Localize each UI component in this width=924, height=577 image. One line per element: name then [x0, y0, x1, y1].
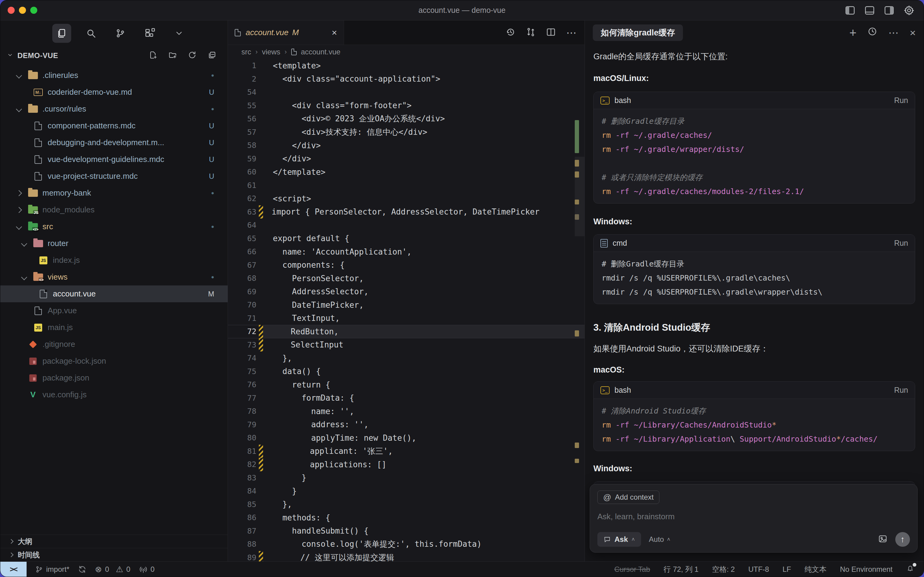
language-mode-status[interactable]: 纯文本 [805, 564, 827, 574]
chat-heading: macOS/Linux: [593, 74, 915, 83]
explorer-collapse-chevron-icon[interactable] [7, 52, 13, 59]
ask-mode-button[interactable]: Ask ˄ [597, 532, 641, 547]
breadcrumb-views[interactable]: views [262, 48, 280, 56]
add-context-button[interactable]: @ Add context [597, 490, 659, 504]
settings-gear-icon[interactable] [903, 5, 914, 16]
toggle-bottom-panel-icon[interactable] [864, 6, 875, 15]
code-line: 54 [228, 85, 584, 99]
code-line: 77 formData: { [228, 392, 584, 405]
minimize-window-button[interactable] [19, 7, 26, 14]
new-file-icon[interactable] [149, 51, 157, 61]
tree-item-src[interactable]: </>src● [0, 218, 228, 235]
cursor-tab-status[interactable]: Cursor Tab [615, 565, 650, 574]
tree-item-package-json[interactable]: package.json [0, 369, 228, 386]
run-button[interactable]: Run [894, 239, 908, 248]
tree-item-debugging[interactable]: debugging-and-development.m...U [0, 134, 228, 151]
close-window-button[interactable] [8, 7, 14, 14]
breadcrumb-file[interactable]: account.vue [301, 48, 340, 56]
sidebar: DEMO-VUE .clinerules● M↓coderider-demo-v… [0, 21, 228, 561]
code-line: 2 <div class="account-application"> [228, 73, 584, 86]
refresh-icon[interactable] [188, 51, 196, 61]
collapse-all-icon[interactable] [208, 51, 216, 61]
code-line: 67 components: { [228, 259, 584, 272]
encoding-status[interactable]: UTF-8 [748, 565, 769, 574]
run-button[interactable]: Run [894, 96, 908, 105]
tree-item-gitignore[interactable]: .gitignore [0, 336, 228, 353]
vue-file-icon: V [28, 390, 38, 400]
close-tab-icon[interactable]: × [332, 27, 337, 38]
new-folder-icon[interactable] [168, 51, 177, 61]
toggle-right-panel-icon[interactable] [884, 6, 894, 15]
bash-terminal-icon: >_ [600, 386, 610, 394]
chat-heading: Windows: [593, 464, 915, 474]
tree-item-node-modules[interactable]: JSnode_modules [0, 201, 228, 218]
ports-status[interactable]: 0 [139, 565, 155, 574]
editor-scrollbar[interactable] [575, 157, 584, 236]
timeline-history-icon[interactable] [506, 27, 515, 38]
code-area[interactable]: 1<template> 2 <div class="account-applic… [228, 59, 584, 561]
chat-input-placeholder[interactable]: Ask, learn, brainstorm [597, 512, 910, 521]
tree-item-component-patterns[interactable]: component-patterns.mdcU [0, 118, 228, 134]
tree-item-cursor-rules[interactable]: .cursor/rules● [0, 100, 228, 118]
more-actions-icon[interactable]: ⋯ [566, 31, 576, 34]
tree-item-package-lock[interactable]: package-lock.json [0, 353, 228, 369]
chat-history-icon[interactable] [868, 27, 877, 39]
editor-group: account.vue M × ⋯ src › views › account.… [228, 21, 584, 561]
run-button[interactable]: Run [894, 386, 908, 395]
outline-section-header[interactable]: 大纲 [0, 535, 228, 548]
tree-item-account-vue[interactable]: account.vueM [0, 285, 228, 302]
open-changes-icon[interactable] [526, 27, 536, 38]
search-icon[interactable] [82, 24, 101, 43]
file-icon [33, 172, 43, 181]
extensions-icon[interactable] [140, 24, 159, 43]
code-line: 55 <div class="form-footer"> [228, 99, 584, 113]
project-name: DEMO-VUE [18, 52, 58, 60]
problems-status[interactable]: ⊗0 ⚠0 [95, 564, 130, 574]
chat-panel: 如何清除gradle缓存 + ⋯ × Gradle的全局缓存通常位于以下位置: … [584, 21, 924, 561]
code-line: 83 } [228, 471, 584, 485]
maximize-window-button[interactable] [30, 7, 37, 14]
tree-item-app-vue[interactable]: App.vue [0, 302, 228, 319]
split-editor-icon[interactable] [546, 27, 556, 38]
tree-item-vue-config[interactable]: Vvue.config.js [0, 386, 228, 403]
tree-item-router-index[interactable]: JSindex.js [0, 252, 228, 269]
breadcrumb-src[interactable]: src [241, 48, 251, 56]
timeline-section-header[interactable]: 时间线 [0, 548, 228, 561]
tree-item-router[interactable]: router [0, 235, 228, 252]
explorer-files-icon[interactable] [52, 24, 71, 43]
new-chat-plus-icon[interactable]: + [850, 30, 856, 36]
chat-tab[interactable]: 如何清除gradle缓存 [593, 24, 683, 41]
tab-account-vue[interactable]: account.vue M × [228, 21, 344, 45]
markdown-file-icon: M↓ [33, 88, 43, 97]
tree-item-vue-dev-guidelines[interactable]: vue-development-guidelines.mdcU [0, 151, 228, 168]
sync-status[interactable] [78, 565, 87, 574]
git-branch-status[interactable]: import* [35, 565, 69, 574]
toggle-left-panel-icon[interactable] [845, 6, 855, 15]
tree-item-memory-bank[interactable]: memory-bank● [0, 185, 228, 201]
model-auto-button[interactable]: Auto ˄ [649, 535, 670, 544]
chat-panel-header: 如何清除gradle缓存 + ⋯ × [585, 21, 924, 45]
send-button[interactable]: ↑ [895, 532, 910, 547]
overview-added-marker [575, 120, 579, 153]
chat-close-icon[interactable]: × [910, 27, 916, 39]
line-col-status[interactable]: 行 72, 列 1 [664, 564, 699, 574]
more-views-chevron-icon[interactable] [170, 24, 188, 43]
environment-status[interactable]: No Environment [840, 565, 893, 574]
npm-file-icon [28, 357, 38, 366]
chat-section-heading: 3. 清除Android Studio缓存 [593, 321, 915, 334]
chat-input-box[interactable]: @ Add context Ask, learn, brainstorm Ask… [590, 484, 918, 553]
eol-status[interactable]: LF [782, 565, 791, 574]
remote-indicator[interactable]: >< [0, 562, 27, 577]
chat-more-icon[interactable]: ⋯ [888, 31, 899, 34]
tree-item-clinerules[interactable]: .clinerules● [0, 67, 228, 84]
tree-item-vue-project-structure[interactable]: vue-project-structure.mdcU [0, 168, 228, 185]
notifications-bell-icon[interactable] [906, 564, 914, 575]
attach-image-icon[interactable] [878, 534, 887, 545]
indentation-status[interactable]: 空格: 2 [712, 564, 735, 574]
tree-item-main-js[interactable]: JSmain.js [0, 319, 228, 336]
views-folder-icon: <> [33, 272, 43, 282]
tree-item-coderider-md[interactable]: M↓coderider-demo-vue.mdU [0, 84, 228, 100]
source-control-icon[interactable] [111, 24, 130, 43]
js-file-icon: JS [33, 323, 43, 332]
tree-item-views[interactable]: <>views● [0, 269, 228, 285]
